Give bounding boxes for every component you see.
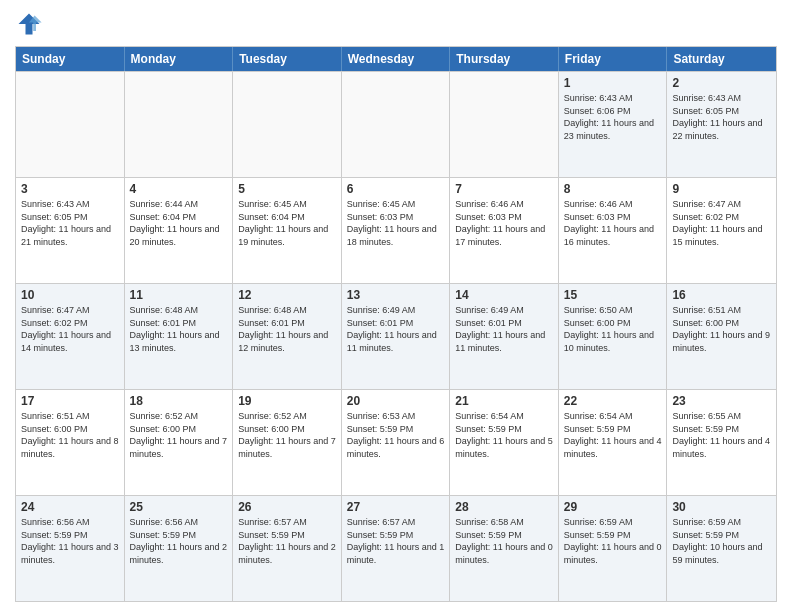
day-cell-13: 13Sunrise: 6:49 AM Sunset: 6:01 PM Dayli… xyxy=(342,284,451,389)
header-day-sunday: Sunday xyxy=(16,47,125,71)
cell-details: Sunrise: 6:50 AM Sunset: 6:00 PM Dayligh… xyxy=(564,304,662,354)
day-number: 16 xyxy=(672,288,771,302)
cell-details: Sunrise: 6:43 AM Sunset: 6:05 PM Dayligh… xyxy=(21,198,119,248)
day-number: 26 xyxy=(238,500,336,514)
cell-details: Sunrise: 6:55 AM Sunset: 5:59 PM Dayligh… xyxy=(672,410,771,460)
day-cell-15: 15Sunrise: 6:50 AM Sunset: 6:00 PM Dayli… xyxy=(559,284,668,389)
cell-details: Sunrise: 6:43 AM Sunset: 6:05 PM Dayligh… xyxy=(672,92,771,142)
header-day-friday: Friday xyxy=(559,47,668,71)
day-cell-25: 25Sunrise: 6:56 AM Sunset: 5:59 PM Dayli… xyxy=(125,496,234,601)
day-cell-9: 9Sunrise: 6:47 AM Sunset: 6:02 PM Daylig… xyxy=(667,178,776,283)
header-day-saturday: Saturday xyxy=(667,47,776,71)
day-number: 25 xyxy=(130,500,228,514)
day-number: 8 xyxy=(564,182,662,196)
cell-details: Sunrise: 6:56 AM Sunset: 5:59 PM Dayligh… xyxy=(130,516,228,566)
cell-details: Sunrise: 6:51 AM Sunset: 6:00 PM Dayligh… xyxy=(21,410,119,460)
page: SundayMondayTuesdayWednesdayThursdayFrid… xyxy=(0,0,792,612)
day-number: 4 xyxy=(130,182,228,196)
day-cell-11: 11Sunrise: 6:48 AM Sunset: 6:01 PM Dayli… xyxy=(125,284,234,389)
day-cell-14: 14Sunrise: 6:49 AM Sunset: 6:01 PM Dayli… xyxy=(450,284,559,389)
day-number: 18 xyxy=(130,394,228,408)
day-number: 17 xyxy=(21,394,119,408)
day-cell-21: 21Sunrise: 6:54 AM Sunset: 5:59 PM Dayli… xyxy=(450,390,559,495)
cell-details: Sunrise: 6:49 AM Sunset: 6:01 PM Dayligh… xyxy=(455,304,553,354)
cell-details: Sunrise: 6:46 AM Sunset: 6:03 PM Dayligh… xyxy=(455,198,553,248)
calendar-row-2: 10Sunrise: 6:47 AM Sunset: 6:02 PM Dayli… xyxy=(16,283,776,389)
header-day-tuesday: Tuesday xyxy=(233,47,342,71)
logo-icon xyxy=(15,10,43,38)
day-cell-6: 6Sunrise: 6:45 AM Sunset: 6:03 PM Daylig… xyxy=(342,178,451,283)
cell-details: Sunrise: 6:44 AM Sunset: 6:04 PM Dayligh… xyxy=(130,198,228,248)
cell-details: Sunrise: 6:51 AM Sunset: 6:00 PM Dayligh… xyxy=(672,304,771,354)
day-cell-1: 1Sunrise: 6:43 AM Sunset: 6:06 PM Daylig… xyxy=(559,72,668,177)
day-cell-22: 22Sunrise: 6:54 AM Sunset: 5:59 PM Dayli… xyxy=(559,390,668,495)
day-cell-2: 2Sunrise: 6:43 AM Sunset: 6:05 PM Daylig… xyxy=(667,72,776,177)
day-cell-26: 26Sunrise: 6:57 AM Sunset: 5:59 PM Dayli… xyxy=(233,496,342,601)
day-cell-10: 10Sunrise: 6:47 AM Sunset: 6:02 PM Dayli… xyxy=(16,284,125,389)
day-cell-5: 5Sunrise: 6:45 AM Sunset: 6:04 PM Daylig… xyxy=(233,178,342,283)
logo xyxy=(15,10,47,38)
day-number: 22 xyxy=(564,394,662,408)
cell-details: Sunrise: 6:54 AM Sunset: 5:59 PM Dayligh… xyxy=(455,410,553,460)
day-cell-3: 3Sunrise: 6:43 AM Sunset: 6:05 PM Daylig… xyxy=(16,178,125,283)
day-cell-29: 29Sunrise: 6:59 AM Sunset: 5:59 PM Dayli… xyxy=(559,496,668,601)
day-number: 24 xyxy=(21,500,119,514)
day-number: 1 xyxy=(564,76,662,90)
cell-details: Sunrise: 6:48 AM Sunset: 6:01 PM Dayligh… xyxy=(130,304,228,354)
cell-details: Sunrise: 6:49 AM Sunset: 6:01 PM Dayligh… xyxy=(347,304,445,354)
day-number: 21 xyxy=(455,394,553,408)
day-number: 23 xyxy=(672,394,771,408)
day-number: 3 xyxy=(21,182,119,196)
cell-details: Sunrise: 6:52 AM Sunset: 6:00 PM Dayligh… xyxy=(238,410,336,460)
day-number: 29 xyxy=(564,500,662,514)
cell-details: Sunrise: 6:45 AM Sunset: 6:03 PM Dayligh… xyxy=(347,198,445,248)
day-cell-17: 17Sunrise: 6:51 AM Sunset: 6:00 PM Dayli… xyxy=(16,390,125,495)
day-number: 20 xyxy=(347,394,445,408)
empty-cell-0-4 xyxy=(450,72,559,177)
day-number: 30 xyxy=(672,500,771,514)
day-cell-20: 20Sunrise: 6:53 AM Sunset: 5:59 PM Dayli… xyxy=(342,390,451,495)
cell-details: Sunrise: 6:54 AM Sunset: 5:59 PM Dayligh… xyxy=(564,410,662,460)
day-number: 2 xyxy=(672,76,771,90)
cell-details: Sunrise: 6:43 AM Sunset: 6:06 PM Dayligh… xyxy=(564,92,662,142)
cell-details: Sunrise: 6:59 AM Sunset: 5:59 PM Dayligh… xyxy=(564,516,662,566)
calendar-body: 1Sunrise: 6:43 AM Sunset: 6:06 PM Daylig… xyxy=(16,71,776,601)
day-cell-18: 18Sunrise: 6:52 AM Sunset: 6:00 PM Dayli… xyxy=(125,390,234,495)
day-cell-7: 7Sunrise: 6:46 AM Sunset: 6:03 PM Daylig… xyxy=(450,178,559,283)
day-number: 15 xyxy=(564,288,662,302)
day-cell-24: 24Sunrise: 6:56 AM Sunset: 5:59 PM Dayli… xyxy=(16,496,125,601)
calendar-row-4: 24Sunrise: 6:56 AM Sunset: 5:59 PM Dayli… xyxy=(16,495,776,601)
calendar-row-3: 17Sunrise: 6:51 AM Sunset: 6:00 PM Dayli… xyxy=(16,389,776,495)
day-number: 28 xyxy=(455,500,553,514)
day-cell-12: 12Sunrise: 6:48 AM Sunset: 6:01 PM Dayli… xyxy=(233,284,342,389)
header-day-thursday: Thursday xyxy=(450,47,559,71)
calendar: SundayMondayTuesdayWednesdayThursdayFrid… xyxy=(15,46,777,602)
day-number: 27 xyxy=(347,500,445,514)
cell-details: Sunrise: 6:48 AM Sunset: 6:01 PM Dayligh… xyxy=(238,304,336,354)
day-number: 12 xyxy=(238,288,336,302)
header-day-wednesday: Wednesday xyxy=(342,47,451,71)
cell-details: Sunrise: 6:47 AM Sunset: 6:02 PM Dayligh… xyxy=(672,198,771,248)
cell-details: Sunrise: 6:56 AM Sunset: 5:59 PM Dayligh… xyxy=(21,516,119,566)
day-cell-27: 27Sunrise: 6:57 AM Sunset: 5:59 PM Dayli… xyxy=(342,496,451,601)
day-number: 14 xyxy=(455,288,553,302)
cell-details: Sunrise: 6:59 AM Sunset: 5:59 PM Dayligh… xyxy=(672,516,771,566)
day-number: 10 xyxy=(21,288,119,302)
calendar-row-0: 1Sunrise: 6:43 AM Sunset: 6:06 PM Daylig… xyxy=(16,71,776,177)
cell-details: Sunrise: 6:46 AM Sunset: 6:03 PM Dayligh… xyxy=(564,198,662,248)
day-cell-28: 28Sunrise: 6:58 AM Sunset: 5:59 PM Dayli… xyxy=(450,496,559,601)
day-cell-16: 16Sunrise: 6:51 AM Sunset: 6:00 PM Dayli… xyxy=(667,284,776,389)
cell-details: Sunrise: 6:47 AM Sunset: 6:02 PM Dayligh… xyxy=(21,304,119,354)
header xyxy=(15,10,777,38)
calendar-header: SundayMondayTuesdayWednesdayThursdayFrid… xyxy=(16,47,776,71)
header-day-monday: Monday xyxy=(125,47,234,71)
day-number: 7 xyxy=(455,182,553,196)
empty-cell-0-2 xyxy=(233,72,342,177)
day-number: 13 xyxy=(347,288,445,302)
day-number: 5 xyxy=(238,182,336,196)
empty-cell-0-1 xyxy=(125,72,234,177)
day-cell-30: 30Sunrise: 6:59 AM Sunset: 5:59 PM Dayli… xyxy=(667,496,776,601)
cell-details: Sunrise: 6:57 AM Sunset: 5:59 PM Dayligh… xyxy=(238,516,336,566)
day-number: 9 xyxy=(672,182,771,196)
cell-details: Sunrise: 6:53 AM Sunset: 5:59 PM Dayligh… xyxy=(347,410,445,460)
